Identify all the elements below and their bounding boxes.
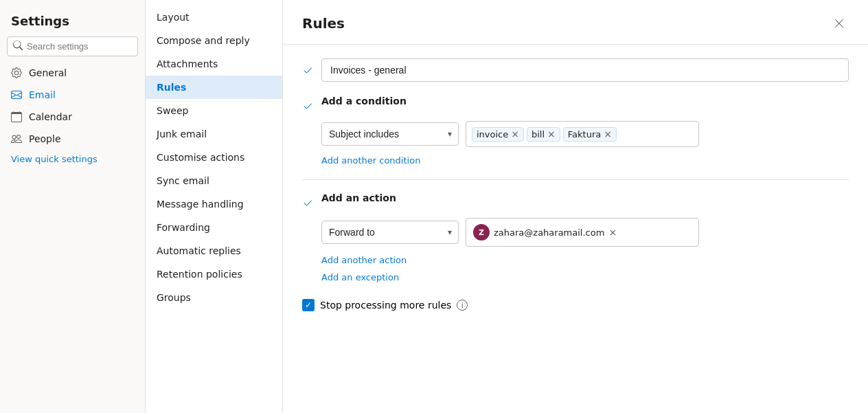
mid-nav: Layout Compose and reply Attachments Rul… (146, 0, 283, 413)
sidebar-item-general[interactable]: General (0, 62, 145, 84)
stop-processing-row: ✓ Stop processing more rules i (302, 299, 849, 311)
add-another-condition-link[interactable]: Add another condition (321, 153, 849, 168)
rules-body: Add a condition Subject includes From To… (283, 45, 868, 325)
tag-faktura-label: Faktura (568, 129, 601, 139)
condition-check-icon (302, 101, 313, 114)
mid-nav-item-message[interactable]: Message handling (146, 192, 282, 216)
settings-icon (11, 67, 22, 78)
mid-nav-item-groups[interactable]: Groups (146, 286, 282, 309)
action-check-icon (302, 198, 313, 211)
info-icon[interactable]: i (457, 300, 468, 311)
tag-invoice: invoice × (472, 127, 524, 142)
tag-faktura: Faktura × (563, 127, 617, 142)
condition-dropdown-wrapper[interactable]: Subject includes From To Has attachment … (321, 122, 459, 146)
recipient-email: zahara@zaharamail.com (494, 227, 604, 238)
tag-invoice-remove[interactable]: × (511, 129, 519, 139)
add-another-action-link[interactable]: Add another action (321, 252, 849, 268)
sidebar-item-label-people: People (29, 133, 61, 144)
search-input[interactable] (27, 41, 132, 52)
mid-nav-item-sweep[interactable]: Sweep (146, 99, 282, 122)
rules-title: Rules (302, 15, 345, 32)
sidebar-item-calendar[interactable]: Calendar (0, 106, 145, 128)
email-icon (11, 89, 22, 100)
sidebar-item-label-general: General (29, 67, 67, 78)
calendar-icon (11, 111, 22, 122)
action-row: Forward to Move to Delete Mark as read P… (321, 218, 849, 247)
people-icon (11, 133, 22, 144)
action-dropdown-wrapper[interactable]: Forward to Move to Delete Mark as read P… (321, 221, 459, 244)
search-icon (13, 41, 23, 52)
search-box[interactable] (7, 36, 138, 56)
mid-nav-item-rules[interactable]: Rules (146, 76, 282, 99)
recipient-remove-button[interactable]: × (608, 227, 617, 238)
condition-area: Subject includes From To Has attachment … (302, 121, 849, 168)
mid-nav-item-customise[interactable]: Customise actions (146, 146, 282, 169)
sidebar-item-email[interactable]: Email (0, 84, 145, 106)
mid-nav-item-compose[interactable]: Compose and reply (146, 29, 282, 52)
condition-section-header: Add a condition (302, 94, 849, 114)
action-section-label: Add an action (321, 192, 396, 203)
mid-nav-item-junk[interactable]: Junk email (146, 122, 282, 146)
tags-input[interactable]: invoice × bill × Faktura × (466, 121, 699, 147)
condition-dropdown[interactable]: Subject includes From To Has attachment … (321, 122, 459, 146)
rule-name-input[interactable] (321, 58, 849, 82)
checkbox-check-icon: ✓ (305, 301, 312, 309)
add-an-exception-link[interactable]: Add an exception (321, 269, 849, 285)
mid-nav-item-attachments[interactable]: Attachments (146, 52, 282, 76)
rule-name-row (302, 58, 849, 82)
close-button[interactable] (830, 14, 849, 33)
section-divider (302, 179, 849, 180)
view-quick-settings-link[interactable]: View quick settings (0, 150, 145, 168)
tag-bill-remove[interactable]: × (547, 129, 556, 139)
sidebar-item-people[interactable]: People (0, 128, 145, 150)
rule-name-check-icon (302, 65, 313, 78)
avatar-letter: Z (479, 228, 484, 237)
tag-bill-label: bill (532, 129, 545, 139)
stop-processing-checkbox[interactable]: ✓ (302, 299, 315, 311)
action-dropdown[interactable]: Forward to Move to Delete Mark as read P… (321, 221, 459, 244)
mid-nav-item-layout[interactable]: Layout (146, 5, 282, 29)
condition-row: Subject includes From To Has attachment … (321, 121, 849, 147)
main-content: Rules (283, 0, 868, 413)
tag-bill: bill × (527, 127, 560, 142)
mid-nav-item-forwarding[interactable]: Forwarding (146, 216, 282, 239)
mid-nav-item-sync[interactable]: Sync email (146, 169, 282, 192)
rules-header: Rules (283, 0, 868, 45)
tag-invoice-label: invoice (477, 129, 508, 139)
sidebar-item-label-calendar: Calendar (29, 111, 72, 122)
rules-panel: Rules (283, 0, 868, 413)
action-area: Forward to Move to Delete Mark as read P… (302, 218, 849, 285)
tag-faktura-remove[interactable]: × (604, 129, 612, 139)
avatar: Z (473, 224, 490, 241)
sidebar: Settings General Email (0, 0, 146, 413)
recipient-chip: Z zahara@zaharamail.com × (472, 223, 622, 242)
app-title: Settings (0, 5, 145, 34)
action-section-header: Add an action (302, 191, 849, 211)
recipient-area[interactable]: Z zahara@zaharamail.com × (466, 218, 699, 247)
condition-section-label: Add a condition (321, 96, 407, 107)
sidebar-item-label-email: Email (29, 89, 56, 100)
mid-nav-item-automatic[interactable]: Automatic replies (146, 239, 282, 263)
mid-nav-item-retention[interactable]: Retention policies (146, 263, 282, 286)
stop-processing-label: Stop processing more rules (320, 300, 451, 311)
